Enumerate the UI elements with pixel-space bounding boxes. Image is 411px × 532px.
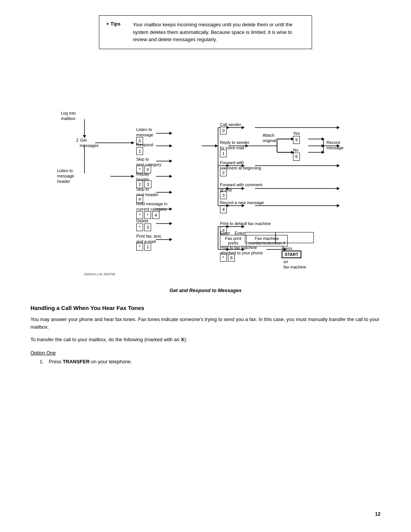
- fwd-end-3: 3: [220, 192, 227, 200]
- page-number: 12: [375, 511, 381, 517]
- steps-list: 1. Press TRANSFER on your telephone.: [30, 359, 381, 364]
- on-fax-label: onfax machine: [284, 259, 306, 270]
- respond-label: Respond: [136, 142, 153, 147]
- print-att-star: *: [220, 254, 227, 262]
- body-para2: To transfer the call to your mailbox, do…: [30, 336, 381, 344]
- section-heading: Handling a Call When You Hear Fax Tones: [30, 305, 381, 311]
- record-new-4: 4: [220, 206, 227, 214]
- svg-marker-76: [322, 151, 325, 154]
- svg-marker-22: [169, 238, 172, 241]
- print-fax-num: * 1: [136, 243, 151, 251]
- step-1: 1. Press TRANSFER on your telephone.: [40, 359, 381, 364]
- reply-num: 1: [220, 150, 227, 158]
- svg-marker-10: [169, 144, 172, 147]
- step-1-num: 1.: [40, 359, 46, 364]
- yes-label: Yes 9: [293, 131, 300, 144]
- tips-label: + Tips: [106, 21, 125, 43]
- hold-4: 4: [152, 211, 159, 219]
- transfer-bold: TRANSFER: [63, 359, 90, 364]
- svg-marker-32: [322, 144, 325, 147]
- svg-marker-81: [337, 126, 340, 129]
- record-new-label: Record a new message: [220, 200, 264, 205]
- tips-box: + Tips Your mailbox keeps incoming messa…: [99, 15, 312, 49]
- delete-label: Delete: [136, 218, 148, 224]
- svg-marker-8: [169, 132, 172, 135]
- call-sender-0: 0: [220, 127, 227, 135]
- print-1: 1: [144, 243, 151, 251]
- step-1-text: Press TRANSFER on your telephone.: [49, 359, 132, 364]
- respond-num: 1: [136, 147, 143, 155]
- svg-marker-3: [131, 141, 134, 144]
- listen-to-message-label: Listen tomessage: [136, 127, 153, 138]
- svg-marker-20: [169, 222, 172, 225]
- delete-star: *: [136, 224, 143, 232]
- diagram-caption: Get and Respond to Messages: [30, 288, 381, 293]
- print-attached-num: * 6: [220, 254, 235, 262]
- get-messages-num: 2: [76, 138, 78, 142]
- svg-marker-18: [169, 208, 172, 211]
- file-ref-label: clixincm LJK 050799: [84, 272, 115, 277]
- record-new-num: 4: [220, 206, 227, 214]
- svg-marker-74: [322, 137, 325, 141]
- print-star: *: [136, 243, 143, 251]
- forward-beginning-num: 2: [220, 169, 227, 177]
- yes-9: 9: [293, 136, 300, 144]
- svg-marker-44: [337, 204, 340, 207]
- fwd-beg-2: 2: [220, 169, 227, 177]
- svg-marker-36: [337, 164, 340, 167]
- record-message-label: Recordmessage: [327, 140, 344, 151]
- print-default-label: Print to default fax machine: [220, 221, 271, 226]
- body-para1: You may answer your phone and hear fax t…: [30, 316, 381, 332]
- get-messages-label: 2Get messages: [76, 137, 99, 149]
- fax-hash: #: [283, 241, 285, 245]
- diagram: Log intomailbox 2Get messages Listen tom…: [42, 63, 369, 284]
- reply-voicemail-label: Reply to senderby voice mail: [220, 140, 249, 151]
- delete-num: * 3: [136, 224, 151, 232]
- start-box: START: [282, 251, 301, 258]
- svg-marker-6: [131, 175, 134, 178]
- delete-3: 3: [144, 224, 151, 232]
- start-box-container: START: [282, 251, 301, 258]
- attach-original-label: Attachoriginal: [263, 133, 276, 144]
- forward-end-num: 3: [220, 192, 227, 200]
- log-into-mailbox-label: Log intomailbox: [61, 110, 76, 121]
- tips-text: Your mailbox keeps incoming messages unt…: [133, 21, 305, 43]
- svg-marker-40: [337, 187, 340, 190]
- svg-marker-24: [215, 144, 218, 147]
- print-att-6: 6: [228, 254, 235, 262]
- svg-marker-12: [169, 160, 172, 163]
- no-label: No 6: [293, 147, 300, 161]
- reply-1: 1: [220, 150, 227, 158]
- hold-message-label: Hold message incurrent category: [136, 201, 167, 212]
- respond-num-box: 1: [136, 147, 143, 155]
- svg-marker-26: [242, 126, 245, 129]
- call-sender-num: 0: [220, 127, 227, 135]
- option-one-heading: Option One: [30, 350, 381, 356]
- svg-marker-14: [169, 175, 172, 178]
- no-6: 6: [293, 153, 300, 161]
- svg-marker-16: [169, 191, 172, 194]
- listen-message-header-label: Listen tomessageheader: [57, 168, 74, 184]
